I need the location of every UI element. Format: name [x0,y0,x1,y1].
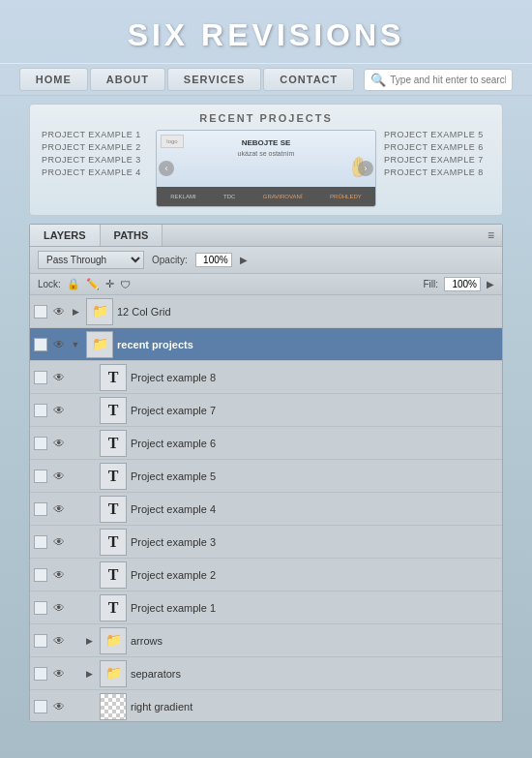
pen-icon[interactable]: ✏️ [86,278,100,290]
eye-icon[interactable]: 👁 [49,598,69,618]
project-link-2[interactable]: PROJECT EXAMPLE 2 [42,142,148,152]
project-link-5[interactable]: PROJECT EXAMPLE 5 [384,130,490,139]
project-link-8[interactable]: PROJECT EXAMPLE 8 [384,167,490,177]
layer-row-example5[interactable]: 👁TProject example 5 [30,460,502,493]
project-link-4[interactable]: PROJECT EXAMPLE 4 [42,167,148,177]
eye-icon[interactable]: 👁 [49,697,69,716]
layer-checkbox[interactable] [34,437,47,450]
layer-checkbox[interactable] [34,535,47,549]
tab-paths[interactable]: PATHS [101,225,163,246]
layer-row-arrows[interactable]: 👁▶📁arrows [30,624,502,657]
layer-checkbox[interactable] [34,371,47,384]
layer-row-12-col-grid[interactable]: 👁▶📁12 Col Grid [30,295,502,328]
shield-icon[interactable]: 🛡 [120,279,131,290]
layer-row-example2[interactable]: 👁TProject example 2 [30,559,502,591]
project-list-right: PROJECT EXAMPLE 5 PROJECT EXAMPLE 6 PROJ… [384,130,490,177]
layer-checkbox[interactable] [34,404,47,417]
nav-services[interactable]: SERVICES [167,68,261,91]
expand-icon[interactable]: ▶ [69,305,82,318]
eye-icon[interactable]: 👁 [49,565,69,585]
layer-name: arrows [131,635,498,647]
layer-checkbox[interactable] [34,601,47,615]
layers-panel: LAYERS PATHS ≡ Pass Through Opacity: ▶ L… [29,224,503,722]
move-icon[interactable]: ✛ [105,278,114,290]
banner-main-text: NEBOJTE SE [242,138,291,147]
layer-thumbnail: T [100,397,127,424]
eye-icon[interactable]: 👁 [49,302,69,321]
eye-icon[interactable]: 👁 [49,434,69,453]
layer-checkbox[interactable] [34,338,47,351]
fill-input[interactable] [444,277,481,291]
fill-arrow[interactable]: ▶ [487,279,494,289]
project-link-1[interactable]: PROJECT EXAMPLE 1 [42,130,148,139]
layer-checkbox[interactable] [34,634,47,648]
layer-row-example7[interactable]: 👁TProject example 7 [30,394,502,427]
project-list-left: PROJECT EXAMPLE 1 PROJECT EXAMPLE 2 PROJ… [42,130,148,177]
layer-row-example1[interactable]: 👁TProject example 1 [30,591,502,624]
layer-row-recent-projects[interactable]: 👁▼📁recent projects [30,328,502,361]
layer-thumbnail: T [100,594,127,622]
nav-home[interactable]: HOME [19,68,88,91]
layer-thumbnail: 📁 [100,627,127,654]
expand-icon[interactable]: ▶ [82,667,96,681]
layer-thumbnail: T [100,529,127,556]
layer-row-example8[interactable]: 👁TProject example 8 [30,361,502,394]
banner-inner: logo NEBOJTE SE ukázat se ostatním ✋ REK… [157,131,375,206]
tab-layers[interactable]: LAYERS [30,225,101,246]
layer-checkbox[interactable] [34,470,47,483]
eye-icon[interactable]: 👁 [49,532,69,552]
opacity-label: Opacity: [152,255,188,265]
layer-name: 12 Col Grid [117,306,498,318]
eye-icon[interactable]: 👁 [49,401,69,420]
layer-checkbox[interactable] [34,700,47,713]
eye-icon[interactable]: 👁 [49,664,69,683]
layer-row-separators[interactable]: 👁▶📁separators [30,657,502,690]
eye-icon[interactable]: 👁 [49,335,69,354]
opacity-arrow[interactable]: ▶ [240,255,248,265]
project-link-7[interactable]: PROJECT EXAMPLE 7 [384,155,490,165]
opacity-input[interactable] [195,253,232,267]
project-link-3[interactable]: PROJECT EXAMPLE 3 [42,155,148,165]
recent-projects-section: RECENT PROJECTS PROJECT EXAMPLE 1 PROJEC… [29,104,503,216]
lock-icon[interactable]: 🔒 [67,278,80,290]
layer-thumbnail: 📁 [86,331,113,358]
project-link-6[interactable]: PROJECT EXAMPLE 6 [384,142,490,152]
nav-contact[interactable]: CONTACT [263,68,354,91]
recent-projects-content: PROJECT EXAMPLE 1 PROJECT EXAMPLE 2 PROJ… [42,130,490,207]
banner-logo: logo [161,135,184,148]
search-box: 🔍 [364,69,513,91]
layer-checkbox[interactable] [34,667,47,681]
layer-thumbnail: 📁 [86,298,113,325]
eye-icon[interactable]: 👁 [49,500,69,519]
layer-name: Project example 6 [131,438,498,449]
expand-icon[interactable]: ▶ [82,634,96,648]
layer-name: separators [131,668,498,680]
layer-row-right-gradient[interactable]: 👁right gradient [30,690,502,721]
eye-icon[interactable]: 👁 [49,467,69,486]
site-header: SIX REVISIONS [0,0,532,63]
recent-projects-title: RECENT PROJECTS [42,112,490,124]
banner-preview: logo NEBOJTE SE ukázat se ostatním ✋ REK… [156,130,376,207]
layer-name: Project example 8 [131,372,498,383]
nav-about[interactable]: ABOUT [90,68,165,91]
search-input[interactable] [390,75,506,85]
layer-row-example3[interactable]: 👁TProject example 3 [30,526,502,559]
layer-name: Project example 5 [131,470,498,482]
banner-arrow-right[interactable]: › [358,161,373,176]
fill-label: Fill: [423,279,438,289]
layer-row-example6[interactable]: 👁TProject example 6 [30,427,502,460]
layer-thumbnail: T [100,463,127,490]
layers-menu-button[interactable]: ≡ [480,225,502,246]
banner-strip: REKLAMI TDC GRAVIROVANÍ PRŮHLEDY [157,187,375,206]
eye-icon[interactable]: 👁 [49,368,69,387]
layers-list[interactable]: 👁▶📁12 Col Grid👁▼📁recent projects👁TProjec… [30,295,502,721]
layer-checkbox[interactable] [34,305,47,318]
blend-mode-select[interactable]: Pass Through [38,251,144,269]
layer-row-example4[interactable]: 👁TProject example 4 [30,493,502,526]
eye-icon[interactable]: 👁 [49,631,69,651]
layer-name: Project example 4 [131,503,498,515]
layer-checkbox[interactable] [34,502,47,516]
expand-icon[interactable]: ▼ [69,338,82,351]
banner-arrow-left[interactable]: ‹ [159,161,174,176]
layer-checkbox[interactable] [34,568,47,582]
